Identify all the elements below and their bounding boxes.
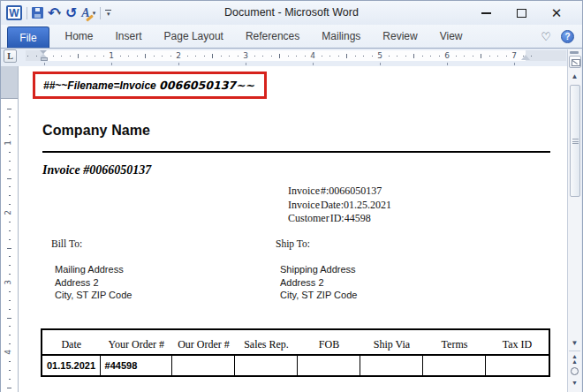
invoice-table: Date Your Order # Our Order # Sales Rep.… [41,328,550,377]
font-style-button[interactable]: A ▾ [81,6,95,20]
select-browse-object-icon[interactable] [568,367,581,375]
cell-your-order: #44598 [101,356,172,375]
indent-marker-left[interactable] [40,50,48,61]
invoice-title: Invoice #0066050137 [42,163,151,177]
cell-tax-id [486,356,549,375]
col-tax-id: Tax ID [486,338,549,351]
scroll-up-icon[interactable]: ▲ [568,72,581,80]
tab-file[interactable]: File [7,26,49,48]
shipping-address: Shipping Address Address 2 City, ST ZIP … [280,263,357,302]
redo-icon[interactable]: ↺ [65,6,77,19]
font-pen-icon: A [81,6,89,20]
ship-to-label: Ship To: [276,238,310,249]
minimize-button[interactable] [473,4,499,22]
tab-page-layout[interactable]: Page Layout [153,30,234,42]
invoice-date: Invoice Date:01.25.2021 [288,199,391,213]
col-sales-rep: Sales Rep. [235,338,298,351]
invoice-number: Invoice #:0066050137 [288,185,391,199]
col-date: Date [42,338,101,351]
tab-stop-selector[interactable]: L [4,49,17,63]
cell-sales-rep [235,356,298,375]
customer-id: Customer ID:44598 [288,212,391,226]
vertical-scrollbar[interactable]: ▲ ▼ ▲▲ ▼ [567,49,581,392]
cell-date: 01.15.2021 [42,356,101,375]
company-name-heading: Company Name [42,123,150,139]
save-icon[interactable] [32,7,43,19]
tab-review[interactable]: Review [372,30,428,42]
cell-terms [423,356,486,375]
filename-highlight-box: ##~~Filename=Invoice 0066050137~~ [33,72,267,99]
col-ship-via: Ship Via [360,338,423,351]
col-our-order: Our Order # [172,338,235,351]
col-your-order: Your Order # [101,338,172,351]
undo-button[interactable]: ↶ ▾ [48,6,61,19]
divider [100,7,101,19]
close-button[interactable]: ✕ [543,4,570,22]
maximize-button[interactable] [508,4,534,22]
cell-our-order [172,356,235,375]
next-page-icon[interactable]: ▼ [568,381,581,386]
document-page[interactable]: ##~~Filename=Invoice 0066050137~~ Compan… [19,66,568,392]
split-handle[interactable] [570,51,579,54]
ribbon-tab-row: File Home Insert Page Layout References … [1,25,582,49]
filename-tag-text: ##~~Filename=Invoice 0066050137~~ [43,79,254,92]
cell-ship-via [360,356,423,375]
quick-access-toolbar: W ↶ ▾ ↺ A ▾ ▾ [6,5,111,20]
billing-address: Mailing Address Address 2 City, ST ZIP C… [55,263,132,302]
tab-insert[interactable]: Insert [104,30,153,42]
word-window: W ↶ ▾ ↺ A ▾ ▾ Document - Microsoft Word … [0,0,583,392]
word-app-icon[interactable]: W [6,5,22,20]
window-controls: ✕ [473,4,577,22]
cell-fob [298,356,360,375]
scrollbar-thumb[interactable] [570,85,580,197]
divider [26,7,27,19]
customize-toolbar-icon[interactable]: ▾ [105,10,111,16]
vertical-ruler[interactable]: 1234 [1,66,19,392]
divider [569,351,580,351]
scroll-down-icon[interactable]: ▼ [568,339,581,347]
tab-home[interactable]: Home [54,30,104,42]
title-bar: W ↶ ▾ ↺ A ▾ ▾ Document - Microsoft Word … [1,1,582,25]
tab-references[interactable]: References [234,30,310,42]
heading-rule [42,151,550,153]
col-terms: Terms [423,338,486,351]
help-icon[interactable]: ? [561,30,574,43]
tab-mailings[interactable]: Mailings [311,30,372,42]
minimize-ribbon-icon[interactable]: ♡ [541,30,551,43]
ruler-row: L 1234567 [1,49,582,66]
table-header-row: Date Your Order # Our Order # Sales Rep.… [42,330,549,356]
bill-to-label: Bill To: [51,238,82,249]
view-ruler-toggle-icon[interactable] [569,56,581,68]
previous-page-icon[interactable]: ▲▲ [568,354,581,365]
col-fob: FOB [298,338,360,351]
table-data-row: 01.15.2021 #44598 [42,356,549,375]
tab-view[interactable]: View [428,30,473,42]
invoice-meta: Invoice #:0066050137 Invoice Date:01.25.… [288,185,391,226]
horizontal-ruler[interactable]: 1234567 [26,50,566,61]
chevron-down-icon: ▾ [57,10,61,17]
